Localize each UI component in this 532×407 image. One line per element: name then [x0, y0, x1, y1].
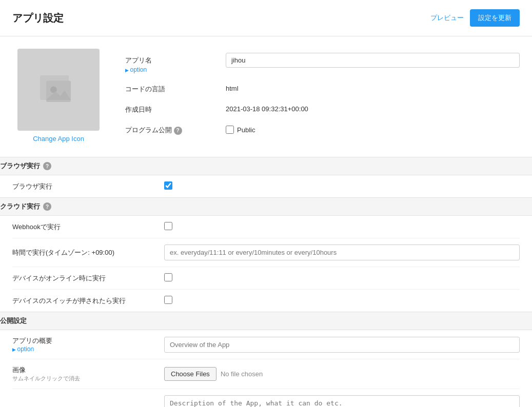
browser-section-header: ブラウザ実行 ? — [0, 157, 532, 175]
app-name-input[interactable] — [226, 53, 520, 68]
publish-section-header: 公開設定 — [0, 312, 532, 330]
public-value: Public — [226, 123, 520, 134]
device-online-checkbox[interactable] — [164, 273, 172, 281]
public-checkbox-wrap: Public — [226, 123, 520, 134]
sections-wrapper: ブラウザ実行 ? ブラウザ実行 クラウド実行 ? Webhookで — [0, 157, 532, 407]
code-language-value: html — [226, 82, 520, 92]
public-row: プログラム公開 ? Public — [125, 118, 520, 139]
created-at-value: 2021-03-18 09:32:31+00:00 — [226, 102, 520, 113]
publish-section-content: アプリの概要 option 画像 サムネイルクリックで消去 C — [0, 330, 532, 407]
overview-label: アプリの概要 option — [12, 336, 156, 353]
time-execution-control — [164, 245, 520, 260]
time-execution-row: 時間で実行(タイムゾーン: +09:00) — [12, 238, 520, 267]
created-at-row: 作成日時 2021-03-18 09:32:31+00:00 — [125, 98, 520, 118]
choose-files-button[interactable]: Choose Files — [164, 367, 216, 381]
webhook-label: Webhookで実行 — [12, 222, 156, 232]
code-language-label: コードの言語 — [125, 82, 218, 94]
app-icon-placeholder — [17, 49, 100, 131]
detail-textarea[interactable] — [164, 395, 520, 407]
device-online-row: デバイスがオンライン時に実行 — [12, 267, 520, 290]
time-execution-label: 時間で実行(タイムゾーン: +09:00) — [12, 248, 156, 257]
header-actions: プレビュー 設定を更新 — [430, 9, 520, 27]
image-row: 画像 サムネイルクリックで消去 Choose Files No file cho… — [12, 359, 520, 389]
app-name-option-link[interactable]: option — [125, 66, 218, 73]
detail-control — [164, 395, 520, 407]
main-content: Change App Icon アプリ名 option コードの言語 — [0, 36, 532, 407]
browser-execution-checkbox[interactable] — [164, 181, 172, 190]
code-language-row: コードの言語 html — [125, 77, 520, 98]
browser-section-content: ブラウザ実行 — [0, 175, 532, 197]
save-button[interactable]: 設定を更新 — [470, 9, 520, 27]
browser-execution-control — [164, 181, 520, 191]
image-label: 画像 サムネイルクリックで消去 — [12, 365, 156, 382]
browser-help-icon[interactable]: ? — [43, 162, 51, 170]
image-control: Choose Files No file chosen — [164, 367, 520, 381]
device-switch-checkbox[interactable] — [164, 296, 172, 304]
cloud-section-header: クラウド実行 ? — [0, 197, 532, 216]
svg-point-2 — [50, 87, 57, 93]
device-switch-label: デバイスのスイッチが押されたら実行 — [12, 296, 156, 306]
app-name-label: アプリ名 option — [125, 53, 218, 73]
device-online-control — [164, 273, 520, 283]
created-at-label: 作成日時 — [125, 102, 218, 114]
app-info-section: Change App Icon アプリ名 option コードの言語 — [12, 49, 520, 143]
webhook-row: Webhookで実行 — [12, 216, 520, 238]
cloud-section-content: Webhookで実行 時間で実行(タイムゾーン: +09:00) デバイスがオン… — [0, 216, 532, 312]
browser-execution-row: ブラウザ実行 — [12, 175, 520, 197]
app-name-row: アプリ名 option — [125, 49, 520, 77]
overview-control — [164, 337, 520, 353]
webhook-checkbox[interactable] — [164, 222, 172, 230]
app-fields: アプリ名 option コードの言語 html 作成日時 — [125, 49, 520, 139]
public-help-icon[interactable]: ? — [174, 127, 182, 135]
time-execution-input[interactable] — [164, 245, 520, 260]
page-wrapper: アプリ設定 プレビュー 設定を更新 Change App Icon — [0, 0, 532, 407]
file-input-wrap: Choose Files No file chosen — [164, 367, 520, 381]
public-checkbox[interactable] — [226, 126, 234, 134]
device-switch-control — [164, 296, 520, 306]
image-placeholder-icon — [38, 69, 79, 110]
public-text-label: Public — [237, 126, 255, 134]
header: アプリ設定 プレビュー 設定を更新 — [0, 0, 532, 36]
change-app-icon-link[interactable]: Change App Icon — [33, 135, 84, 143]
app-name-value — [226, 53, 520, 68]
preview-button[interactable]: プレビュー — [430, 13, 464, 23]
device-online-label: デバイスがオンライン時に実行 — [12, 274, 156, 283]
device-switch-row: デバイスのスイッチが押されたら実行 — [12, 290, 520, 312]
no-file-text: No file chosen — [221, 370, 263, 378]
overview-row: アプリの概要 option — [12, 330, 520, 359]
detail-row: アプリの詳細 option — [12, 389, 520, 407]
public-label: プログラム公開 ? — [125, 123, 218, 135]
overview-option-link[interactable]: option — [12, 345, 156, 353]
webhook-control — [164, 222, 520, 232]
image-sublabel: サムネイルクリックで消去 — [12, 375, 156, 382]
overview-input[interactable] — [164, 337, 520, 353]
page-title: アプリ設定 — [12, 11, 64, 25]
app-icon-area: Change App Icon — [12, 49, 105, 143]
browser-execution-label: ブラウザ実行 — [12, 182, 156, 191]
cloud-help-icon[interactable]: ? — [43, 202, 51, 211]
